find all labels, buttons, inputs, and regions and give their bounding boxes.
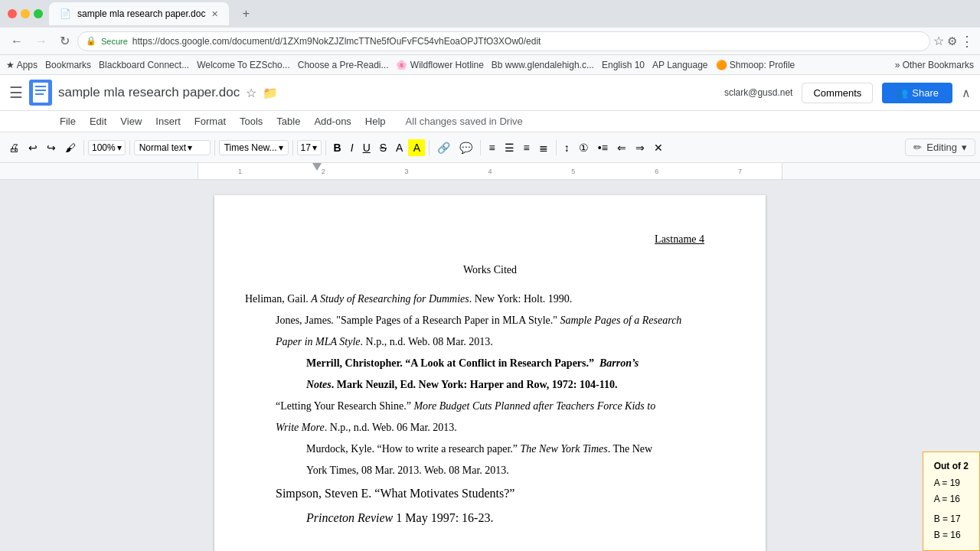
forward-button[interactable]: → (31, 31, 52, 51)
comment-button[interactable]: 💬 (456, 139, 476, 156)
align-left-button[interactable]: ≡ (485, 139, 498, 156)
hamburger-icon[interactable]: ☰ (9, 83, 23, 102)
secure-label: Secure (101, 37, 128, 46)
align-right-button[interactable]: ≡ (520, 139, 534, 156)
menu-format[interactable]: Format (188, 112, 232, 130)
docs-header: ☰ sample mla research paper.doc ☆ 📁 scla… (0, 75, 980, 111)
folder-icon[interactable]: 📁 (263, 86, 278, 100)
font-selector[interactable]: Times New... ▾ (219, 140, 289, 155)
works-cited-title: Works Cited (276, 264, 704, 276)
user-email: sclark@gusd.net (724, 87, 793, 98)
menu-edit[interactable]: Edit (83, 112, 113, 130)
extensions-button[interactable]: ⚙ (947, 34, 957, 48)
zoom-selector[interactable]: 100% ▾ (88, 140, 126, 155)
wildflower-link[interactable]: 🌸 Wildflower Hotline (396, 60, 483, 70)
tab-favicon: 📄 (60, 8, 71, 19)
star-icon[interactable]: ☆ (246, 86, 256, 100)
menu-help[interactable]: Help (359, 112, 392, 130)
window-controls (8, 9, 43, 18)
numbered-list-button[interactable]: ① (575, 139, 593, 156)
menu-tools[interactable]: Tools (234, 112, 269, 130)
toolbar-separator-1 (83, 140, 84, 155)
close-dot[interactable] (8, 9, 17, 18)
citation-merrill-cont: Notes. Mark Neuzil, Ed. New York: Harper… (276, 374, 704, 396)
undo-button[interactable]: ↩ (24, 139, 41, 156)
style-selector[interactable]: Normal text ▾ (134, 140, 211, 155)
url-text: https://docs.google.com/document/d/1ZXm9… (132, 36, 541, 47)
docs-logo (29, 80, 52, 106)
italic-button[interactable]: I (347, 139, 358, 156)
strikethrough-button[interactable]: S (376, 139, 390, 156)
redo-button[interactable]: ↪ (43, 139, 60, 156)
collapse-icon[interactable]: ∧ (962, 86, 971, 100)
blackboard-link[interactable]: Blackboard Connect... (99, 60, 189, 70)
text-color-button[interactable]: A (392, 139, 407, 156)
editing-mode-badge[interactable]: ✏ Editing ▾ (905, 139, 975, 156)
link-button[interactable]: 🔗 (433, 139, 454, 156)
refresh-button[interactable]: ↻ (55, 31, 74, 51)
align-center-button[interactable]: ☰ (501, 139, 518, 156)
doc-title[interactable]: sample mla research paper.doc (58, 85, 240, 100)
back-button[interactable]: ← (6, 31, 28, 51)
toolbar: 🖨 ↩ ↪ 🖌 100% ▾ Normal text ▾ Times New..… (0, 132, 980, 163)
toolbar-separator-5 (325, 140, 326, 155)
comments-button[interactable]: Comments (802, 83, 873, 103)
paint-format-button[interactable]: 🖌 (61, 139, 80, 156)
glendalehigh-link[interactable]: Bb www.glendalehigh.c... (492, 60, 594, 70)
menu-table[interactable]: Table (270, 112, 306, 130)
score-panel: Out of 2 A = 19 A = 16 B = 17 B = 16 (923, 452, 980, 551)
address-bar[interactable]: 🔒 Secure https://docs.google.com/documen… (77, 31, 930, 51)
citation-heliman: Heliman, Gail. A Study of Researching fo… (276, 289, 704, 310)
print-button[interactable]: 🖨 (5, 139, 23, 156)
page-header-right: Lastname 4 (276, 233, 704, 246)
other-bookmarks-link[interactable]: » Other Bookmarks (895, 60, 974, 70)
menu-file[interactable]: File (54, 112, 82, 130)
more-button[interactable]: ⋮ (960, 33, 974, 50)
new-tab-button[interactable]: + (235, 3, 256, 24)
font-size-selector[interactable]: 17 ▾ (297, 140, 322, 155)
aplanguage-link[interactable]: AP Language (652, 60, 708, 70)
shmoop-link[interactable]: 🟠 Shmoop: Profile (716, 60, 795, 70)
score-b17: B = 17 (934, 511, 969, 528)
toolbar-separator-2 (129, 140, 130, 155)
toolbar-separator-3 (214, 140, 215, 155)
maximize-dot[interactable] (34, 9, 43, 18)
tab-close-icon[interactable]: ✕ (211, 9, 218, 19)
toolbar-separator-4 (292, 140, 293, 155)
apps-bookmark[interactable]: ★ Apps (6, 60, 38, 70)
lock-icon: 🔒 (86, 36, 96, 46)
bold-button[interactable]: B (330, 139, 345, 156)
menu-bar: File Edit View Insert Format Tools Table… (0, 111, 980, 132)
clear-format-button[interactable]: ✕ (650, 139, 667, 156)
toolbar-separator-7 (480, 140, 481, 155)
decrease-indent-button[interactable]: ⇐ (613, 139, 630, 156)
browser-tab[interactable]: 📄 sample mla research paper.doc ✕ (49, 2, 229, 25)
menu-view[interactable]: View (114, 112, 148, 130)
bookmark-star[interactable]: ☆ (933, 34, 944, 48)
highlight-button[interactable]: A (408, 139, 425, 156)
english10-link[interactable]: English 10 (602, 60, 645, 70)
share-button[interactable]: 👥 Share (882, 83, 952, 103)
menu-insert[interactable]: Insert (149, 112, 187, 130)
ezschool-link[interactable]: Welcome To EZScho... (197, 60, 290, 70)
doc-page: Lastname 4 Works Cited Heliman, Gail. A … (214, 195, 766, 551)
score-a16: A = 16 (934, 491, 969, 508)
line-spacing-button[interactable]: ↕ (560, 139, 573, 156)
score-b16: B = 16 (934, 527, 969, 544)
citations-list: Heliman, Gail. A Study of Researching fo… (276, 289, 704, 530)
citation-letting-cont: Write More. N.p., n.d. Web. 06 Mar. 2013… (276, 417, 704, 439)
citation-merrill: Merrill, Christopher. “A Look at Conflic… (276, 353, 704, 374)
bookmarks-link[interactable]: Bookmarks (45, 60, 91, 70)
underline-button[interactable]: U (359, 139, 374, 156)
pencil-icon: ✏ (913, 142, 922, 153)
header-right: sclark@gusd.net Comments 👥 Share ∧ (724, 83, 971, 103)
prereading-link[interactable]: Choose a Pre-Readi... (298, 60, 389, 70)
justify-button[interactable]: ≣ (535, 139, 552, 156)
increase-indent-button[interactable]: ⇒ (632, 139, 648, 156)
bullet-list-button[interactable]: •≡ (594, 139, 612, 156)
menu-addons[interactable]: Add-ons (308, 112, 357, 130)
tab-title: sample mla research paper.doc (77, 8, 205, 19)
minimize-dot[interactable] (21, 9, 30, 18)
toolbar-separator-8 (556, 140, 557, 155)
autosave-status: All changes saved in Drive (406, 116, 523, 127)
